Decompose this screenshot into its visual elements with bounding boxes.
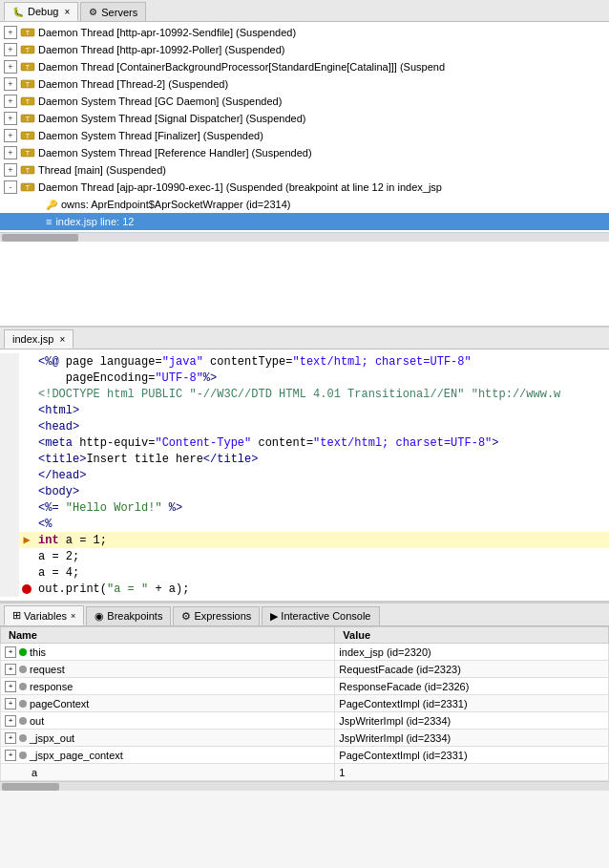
var-expand-icon[interactable]: + <box>5 715 16 727</box>
var-value: 1 <box>335 764 609 781</box>
thread-icon: T <box>20 26 35 39</box>
thread-item[interactable]: + T Daemon System Thread [GC Daemon] (Su… <box>0 93 609 110</box>
var-value: PageContextImpl (id=2331) <box>335 695 609 712</box>
scrollbar-thumb[interactable] <box>2 234 78 242</box>
tab-servers[interactable]: ⚙ Servers <box>80 2 146 21</box>
code-line: <body> <box>0 483 609 499</box>
var-value: JspWriterImpl (id=2334) <box>335 730 609 747</box>
thread-label: Daemon System Thread [GC Daemon] (Suspen… <box>38 95 282 107</box>
tab-variables[interactable]: ⊞ Variables × <box>4 605 84 625</box>
code-text: <head> <box>34 420 79 434</box>
expand-icon[interactable]: + <box>4 77 17 91</box>
var-name: _jspx_page_context <box>30 750 123 761</box>
expand-icon[interactable]: + <box>4 129 17 142</box>
var-name-cell: +_jspx_page_context <box>1 747 335 764</box>
code-line: <%= "Hello World!" %> <box>0 499 609 516</box>
table-row[interactable]: +_jspx_outJspWriterImpl (id=2334) <box>1 730 609 747</box>
var-expand-icon[interactable]: + <box>5 664 16 675</box>
table-row[interactable]: +_jspx_page_contextPageContextImpl (id=2… <box>1 747 609 764</box>
debug-scrollbar[interactable] <box>0 232 609 242</box>
line-gutter <box>0 402 19 418</box>
table-row[interactable]: +thisindex_jsp (id=2320) <box>1 644 609 661</box>
thread-label: Daemon System Thread [Finalizer] (Suspen… <box>38 130 263 141</box>
code-line: <%@ page language="java" contentType="te… <box>0 353 609 370</box>
thread-item[interactable]: + T Daemon System Thread [Reference Hand… <box>0 144 609 161</box>
expand-icon[interactable]: + <box>4 26 17 39</box>
code-text: <%= "Hello World!" %> <box>34 501 182 515</box>
code-text: out.print("a = " + a); <box>34 582 189 596</box>
var-value: JspWriterImpl (id=2334) <box>335 712 609 730</box>
table-row[interactable]: +pageContextPageContextImpl (id=2331) <box>1 695 609 712</box>
expand-icon[interactable]: + <box>4 43 17 56</box>
code-text: <% <box>34 518 52 531</box>
expand-icon[interactable]: + <box>4 60 17 74</box>
line-gutter <box>0 499 19 516</box>
table-row[interactable]: +requestRequestFacade (id=2323) <box>1 661 609 678</box>
debug-icon: 🐛 <box>12 7 24 17</box>
editor-panel: index.jsp × <%@ page language="java" con… <box>0 328 609 603</box>
frame-icon: ≡ <box>46 216 52 227</box>
thread-item-expanded[interactable]: - T Daemon Thread [ajp-apr-10990-exec-1]… <box>0 179 609 196</box>
tab-debug-close[interactable]: × <box>64 7 70 17</box>
var-name-cell: a <box>1 764 335 781</box>
tab-breakpoints[interactable]: ◉ Breakpoints <box>86 606 171 625</box>
editor-tab-bar: index.jsp × <box>0 328 609 349</box>
svg-text:T: T <box>26 150 31 157</box>
tab-debug[interactable]: 🐛 Debug × <box>4 2 78 21</box>
line-gutter <box>0 451 19 467</box>
table-row[interactable]: +responseResponseFacade (id=2326) <box>1 678 609 695</box>
expand-icon[interactable]: + <box>4 112 17 125</box>
thread-icon: T <box>20 43 35 56</box>
editor-content: <%@ page language="java" contentType="te… <box>0 349 609 601</box>
thread-icon: T <box>20 163 35 177</box>
thread-item[interactable]: + T Daemon Thread [Thread-2] (Suspended) <box>0 75 609 93</box>
var-expand-icon[interactable]: + <box>5 750 16 761</box>
table-row[interactable]: a1 <box>1 764 609 781</box>
bottom-panel: ⊞ Variables × ◉ Breakpoints ⚙ Expression… <box>0 603 609 791</box>
editor-tab-close[interactable]: × <box>59 334 65 345</box>
tab-variables-close[interactable]: × <box>71 611 75 621</box>
code-text: a = 4; <box>34 566 79 580</box>
col-value-header: Value <box>335 627 609 644</box>
line-gutter <box>0 418 19 434</box>
thread-icon: T <box>20 180 35 194</box>
svg-text:T: T <box>26 64 31 71</box>
var-expand-icon[interactable]: + <box>5 646 16 658</box>
svg-text:T: T <box>26 116 31 122</box>
var-expand-icon[interactable]: + <box>5 681 16 692</box>
var-expand-icon[interactable]: + <box>5 698 16 709</box>
var-status-dot <box>19 683 27 690</box>
tab-console-label: Interactive Console <box>281 610 370 622</box>
selected-frame[interactable]: ≡ index.jsp line: 12 <box>0 213 609 230</box>
variables-table: Name Value +thisindex_jsp (id=2320)+requ… <box>0 626 609 781</box>
expand-icon[interactable]: + <box>4 163 17 177</box>
expand-icon[interactable]: + <box>4 146 17 159</box>
thread-item[interactable]: + T Daemon Thread [ContainerBackgroundPr… <box>0 58 609 75</box>
code-line: a = 4; <box>0 564 609 581</box>
thread-item[interactable]: + T Daemon System Thread [Finalizer] (Su… <box>0 127 609 144</box>
thread-label: Daemon Thread [ajp-apr-10990-exec-1] (Su… <box>38 181 442 193</box>
var-expand-icon[interactable]: + <box>5 732 16 744</box>
expand-icon[interactable]: + <box>4 95 17 108</box>
thread-item[interactable]: + T Daemon Thread [http-apr-10992-Poller… <box>0 41 609 58</box>
breakpoints-icon: ◉ <box>94 610 104 623</box>
code-line: <title>Insert title here</title> <box>0 451 609 467</box>
thread-item[interactable]: + T Thread [main] (Suspended) <box>0 161 609 179</box>
tab-expressions[interactable]: ⚙ Expressions <box>173 606 260 625</box>
line-gutter <box>0 386 19 402</box>
expand-icon[interactable]: - <box>4 180 17 194</box>
thread-label: Daemon Thread [http-apr-10992-Poller] (S… <box>38 44 284 55</box>
table-row[interactable]: +outJspWriterImpl (id=2334) <box>1 712 609 730</box>
code-text: <%@ page language="java" contentType="te… <box>34 355 472 369</box>
thread-item[interactable]: + T Daemon Thread [http-apr-10992-Sendfi… <box>0 24 609 41</box>
tab-index-jsp[interactable]: index.jsp × <box>4 329 74 349</box>
thread-item[interactable]: + T Daemon System Thread [Signal Dispatc… <box>0 110 609 127</box>
tab-console[interactable]: ▶ Interactive Console <box>262 606 379 625</box>
arrow-icon: ▶ <box>23 533 30 547</box>
owns-label: owns: AprEndpoint$AprSocketWrapper (id=2… <box>61 199 290 210</box>
thread-icon: T <box>20 112 35 125</box>
editor-tab-label: index.jsp <box>12 333 53 345</box>
scrollbar-thumb[interactable] <box>2 783 59 791</box>
svg-text:T: T <box>26 98 31 105</box>
variables-scrollbar[interactable] <box>0 781 609 791</box>
